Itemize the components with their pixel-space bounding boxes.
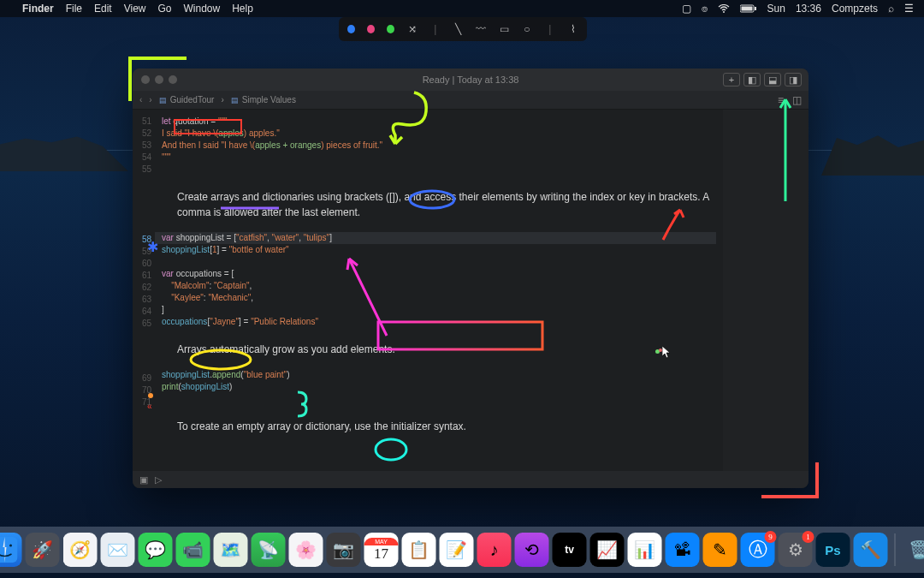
findmy-dock-icon[interactable]: 📡 xyxy=(252,533,286,567)
clock-time[interactable]: 13:36 xyxy=(796,3,821,15)
svg-rect-2 xyxy=(755,7,756,10)
add-tab-button[interactable]: + xyxy=(723,73,740,86)
display-icon[interactable]: ▢ xyxy=(682,3,691,15)
split-icon[interactable]: ◫ xyxy=(792,94,802,106)
forward-button[interactable]: › xyxy=(149,95,151,104)
panel-bottom-button[interactable]: ⬓ xyxy=(764,73,781,86)
prose-text: Create arrays and dictionaries using bra… xyxy=(177,189,716,220)
close-button[interactable] xyxy=(141,75,150,84)
divider-icon: | xyxy=(429,23,441,35)
breadcrumb-file[interactable]: ▤Simple Values xyxy=(231,95,296,104)
doc-icon: ▤ xyxy=(159,96,167,104)
dock-separator xyxy=(895,533,896,566)
appstore-dock-icon[interactable]: Ⓐ9 xyxy=(741,533,775,567)
clock-day[interactable]: Sun xyxy=(767,3,785,15)
console-icon[interactable]: ▣ xyxy=(139,474,148,486)
zoom-button[interactable] xyxy=(169,75,177,84)
panel-left-button[interactable]: ◧ xyxy=(743,73,761,86)
line-tool-icon[interactable]: ╲ xyxy=(453,23,464,35)
reminders-dock-icon[interactable]: 📋 xyxy=(402,533,436,567)
xcode-window: Ready | Today at 13:38 + ◧ ⬓ ◨ ‹ › ▤Guid… xyxy=(133,69,808,488)
user-name[interactable]: Compzets xyxy=(832,3,878,15)
back-button[interactable]: ‹ xyxy=(139,95,142,104)
mail-dock-icon[interactable]: ✉️ xyxy=(101,533,135,567)
podcasts-dock-icon[interactable]: ⟲ xyxy=(515,533,549,567)
file-menu[interactable]: File xyxy=(66,3,82,15)
launchpad-dock-icon[interactable]: 🚀 xyxy=(26,533,60,567)
color-blue-button[interactable] xyxy=(347,25,355,33)
search-icon[interactable]: ⌕ xyxy=(888,3,894,15)
notes-dock-icon[interactable]: 📝 xyxy=(440,533,474,567)
facetime-dock-icon[interactable]: 📹 xyxy=(176,533,210,567)
debug-bar: ▣ ▷ xyxy=(133,471,808,488)
divider-icon: | xyxy=(544,23,555,35)
macos-menubar: Finder File Edit View Go Window Help ▢ ⌾… xyxy=(0,0,924,17)
breadcrumb-folder[interactable]: ▤GuidedTour xyxy=(159,95,215,104)
svg-rect-12 xyxy=(0,537,18,563)
color-pink-button[interactable] xyxy=(367,25,375,33)
window-menu[interactable]: Window xyxy=(184,3,221,15)
panel-right-button[interactable]: ◨ xyxy=(785,73,802,86)
window-title: Ready | Today at 13:38 xyxy=(423,74,519,85)
prose-text: Arrays automatically grow as you add ele… xyxy=(177,342,716,357)
cursor-highlight-icon xyxy=(655,349,660,354)
safari-dock-icon[interactable]: 🧭 xyxy=(63,533,98,567)
annotation-toolbar[interactable]: ⤨ | ╲ 〰 ▭ ○ | ⌇ xyxy=(339,17,587,41)
code-text[interactable]: let quotation = """ I said "I have \(app… xyxy=(155,110,723,471)
svg-point-14 xyxy=(9,545,12,547)
photoshop-dock-icon[interactable]: Ps xyxy=(816,533,850,567)
results-sidebar xyxy=(723,110,808,471)
numbers-dock-icon[interactable]: 📊 xyxy=(628,533,662,567)
wifi-icon[interactable] xyxy=(718,4,730,13)
code-editor[interactable]: 51 52 53 54 55 58 59 60 61 62 63 64 65 6… xyxy=(133,110,808,471)
trash-dock-icon[interactable]: 🗑️ xyxy=(903,533,925,567)
curve-tool-icon[interactable]: 〰 xyxy=(476,23,487,35)
calendar-dock-icon[interactable]: MAY17 xyxy=(364,533,399,567)
breadcrumb-bar: ‹ › ▤GuidedTour › ▤Simple Values ≡ ◫ xyxy=(133,91,808,110)
cursor-icon xyxy=(662,346,672,360)
minimize-button[interactable] xyxy=(155,75,163,84)
help-menu[interactable]: Help xyxy=(232,3,253,15)
airplay-icon[interactable]: ⌾ xyxy=(702,3,708,15)
svg-rect-3 xyxy=(741,7,752,11)
music-dock-icon[interactable]: ♪ xyxy=(477,533,512,567)
rectangle-tool-icon[interactable]: ▭ xyxy=(499,23,510,35)
tv-dock-icon[interactable]: tv xyxy=(553,533,587,567)
finder-dock-icon[interactable] xyxy=(0,533,22,567)
photos-dock-icon[interactable]: 🌸 xyxy=(289,533,323,567)
badge: 9 xyxy=(765,531,777,543)
edit-menu[interactable]: Edit xyxy=(94,3,112,15)
svg-point-0 xyxy=(723,11,725,13)
link-tool-icon[interactable]: ⌇ xyxy=(567,23,578,35)
window-titlebar[interactable]: Ready | Today at 13:38 + ◧ ⬓ ◨ xyxy=(133,69,808,91)
pages-dock-icon[interactable]: ✎ xyxy=(703,533,737,567)
color-green-button[interactable] xyxy=(387,25,394,33)
stocks-dock-icon[interactable]: 📈 xyxy=(590,533,625,567)
go-menu[interactable]: Go xyxy=(158,3,172,15)
doc-icon: ▤ xyxy=(231,96,239,104)
dock: 🚀 🧭 ✉️ 💬 📹 🗺️ 📡 🌸 📷 MAY17 📋 📝 ♪ ⟲ tv 📈 📊… xyxy=(0,527,924,573)
shuffle-icon[interactable]: ⤨ xyxy=(406,23,418,35)
view-menu[interactable]: View xyxy=(124,3,146,15)
badge: 1 xyxy=(803,531,814,543)
prose-text: To create an empty array or dictionary, … xyxy=(177,419,716,434)
photobooth-dock-icon[interactable]: 📷 xyxy=(327,533,361,567)
control-center-icon[interactable]: ☰ xyxy=(904,3,914,15)
xcode-dock-icon[interactable]: 🔨 xyxy=(854,533,888,567)
run-icon[interactable]: ▷ xyxy=(155,474,162,486)
app-menu[interactable]: Finder xyxy=(22,3,54,15)
keynote-dock-icon[interactable]: 📽 xyxy=(666,533,700,567)
system-preferences-dock-icon[interactable]: ⚙︎1 xyxy=(779,533,813,567)
battery-icon[interactable] xyxy=(740,4,757,13)
outline-icon[interactable]: ≡ xyxy=(778,94,784,106)
line-gutter: 51 52 53 54 55 58 59 60 61 62 63 64 65 6… xyxy=(133,110,155,471)
maps-dock-icon[interactable]: 🗺️ xyxy=(214,533,248,567)
circle-tool-icon[interactable]: ○ xyxy=(522,23,533,35)
messages-dock-icon[interactable]: 💬 xyxy=(139,533,173,567)
